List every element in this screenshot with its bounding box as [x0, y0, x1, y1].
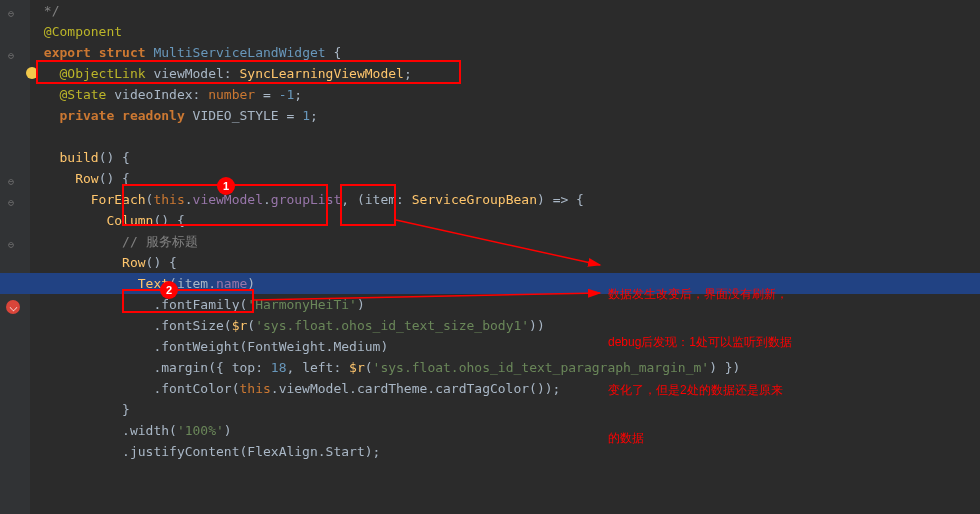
note-line4: 的数据: [608, 430, 792, 446]
arrow-brace: ) => {: [537, 192, 584, 207]
brace-open: {: [326, 45, 342, 60]
kw-export: export: [44, 45, 91, 60]
brace-close: }: [122, 402, 130, 417]
colon: :: [396, 192, 412, 207]
fold-icon[interactable]: ⊖: [8, 3, 14, 24]
comment-service-title: // 服务标题: [122, 234, 197, 249]
kw-private: private: [59, 108, 114, 123]
kw-struct: struct: [99, 45, 146, 60]
annotation-box-objectlink: [36, 60, 461, 84]
fold-icon[interactable]: ⊖: [8, 171, 14, 192]
brace: {: [114, 150, 130, 165]
fn-Row: Row: [122, 255, 145, 270]
paren: (): [99, 150, 115, 165]
annotation-state: @State: [59, 87, 106, 102]
call-fontSize: .fontSize(: [153, 318, 231, 333]
paren-open: (: [247, 318, 255, 333]
fn-Row: Row: [75, 171, 98, 186]
colon: :: [255, 360, 271, 375]
badge-2: 2: [160, 281, 178, 299]
fn-r: $r: [349, 360, 365, 375]
brace: {: [161, 255, 177, 270]
call-fontColor: .fontColor(: [153, 381, 239, 396]
note-line1: 数据发生改变后，界面没有刷新，: [608, 286, 792, 302]
num-1: 1: [302, 108, 310, 123]
note-line3: 变化了，但是2处的数据还是原来: [608, 382, 792, 398]
call-margin: .margin({: [153, 360, 231, 375]
key-top: top: [232, 360, 255, 375]
str-body1: 'sys.float.ohos_id_text_size_body1': [255, 318, 529, 333]
colon: :: [193, 87, 209, 102]
call-width: .width(: [122, 423, 177, 438]
paren-open: (: [365, 360, 373, 375]
fn-r: $r: [232, 318, 248, 333]
annotation-box-2: [122, 289, 254, 313]
const-VIDEO_STYLE: VIDEO_STYLE: [185, 108, 279, 123]
comma: ,: [286, 360, 302, 375]
comment-end: */: [36, 3, 59, 18]
annotation-note: 数据发生改变后，界面没有刷新， debug后发现：1处可以监听到数据 变化了，但…: [608, 254, 792, 462]
breakpoint-icon[interactable]: [6, 300, 20, 314]
paren-close: ): [224, 423, 232, 438]
prop-videoIndex: videoIndex: [106, 87, 192, 102]
call-justifyContent: .justifyContent(FlexAlign.Start);: [122, 444, 380, 459]
kw-this: this: [240, 381, 271, 396]
key-left: left: [302, 360, 333, 375]
eq: =: [279, 108, 302, 123]
type-number: number: [208, 87, 255, 102]
eq: =: [255, 87, 278, 102]
type-ServiceGroupBean: ServiceGroupBean: [412, 192, 537, 207]
badge-1: 1: [217, 177, 235, 195]
note-line2: debug后发现：1处可以监听到数据: [608, 334, 792, 350]
annotation-component: @Component: [44, 24, 122, 39]
fold-icon[interactable]: ⊖: [8, 234, 14, 255]
paren: (): [146, 255, 162, 270]
paren: (): [99, 171, 115, 186]
str-harmony: 'HarmonyHeiTi': [247, 297, 357, 312]
gutter: ⊖ ⊖ ⊖ ⊖ ⊖ ⊖: [0, 0, 30, 514]
num-18: 18: [271, 360, 287, 375]
annotation-box-item: [340, 184, 396, 226]
str-100: '100%': [177, 423, 224, 438]
chain: .viewModel.cardTheme.cardTagColor());: [271, 381, 561, 396]
struct-name: MultiServiceLandWidget: [153, 45, 325, 60]
paren-close: ): [357, 297, 365, 312]
paren-close: )): [529, 318, 545, 333]
fold-icon[interactable]: ⊖: [8, 45, 14, 66]
call-fontWeight: .fontWeight(FontWeight.Medium): [153, 339, 388, 354]
fold-icon[interactable]: ⊖: [8, 192, 14, 213]
kw-readonly: readonly: [122, 108, 185, 123]
semi: ;: [310, 108, 318, 123]
fn-build: build: [59, 150, 98, 165]
num-neg1: -1: [279, 87, 295, 102]
semi: ;: [294, 87, 302, 102]
colon: :: [333, 360, 349, 375]
